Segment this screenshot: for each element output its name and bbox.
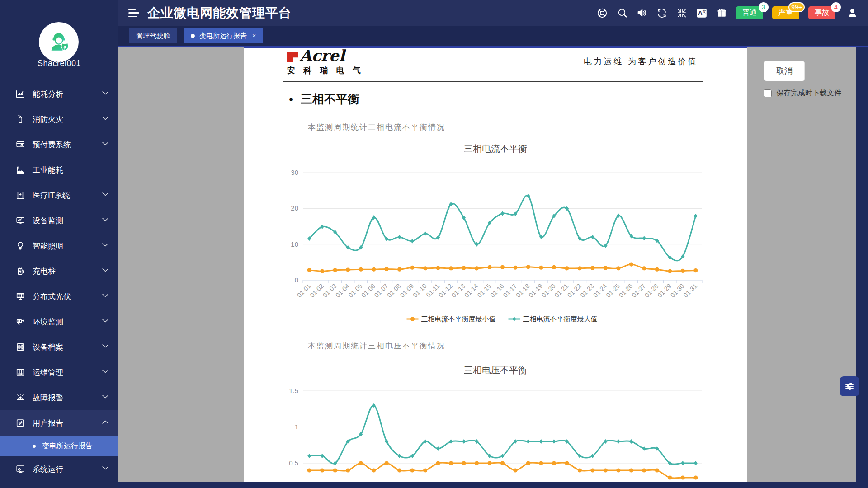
cancel-button[interactable]: 取消: [764, 61, 805, 81]
active-tab-dot-icon: [191, 34, 195, 38]
svg-text:三相电流不平衡度最大值: 三相电流不平衡度最大值: [523, 315, 598, 323]
sidebar-item-5[interactable]: 医疗IT系统: [0, 183, 118, 208]
fire-safety-icon: [15, 114, 25, 124]
sidebar-item-label: 用户报告: [33, 418, 102, 428]
svg-text:1.5: 1.5: [289, 387, 298, 394]
svg-text:01-19: 01-19: [527, 282, 544, 299]
sidebar-item-14[interactable]: 用户报告: [0, 410, 118, 436]
svg-text:01-29: 01-29: [656, 282, 673, 299]
gift-icon[interactable]: [715, 6, 728, 20]
sidebar-item-label: 充电桩: [33, 266, 102, 277]
report-settings-fab[interactable]: [840, 376, 859, 396]
support-icon[interactable]: [595, 6, 609, 20]
svg-text:01-05: 01-05: [347, 282, 364, 299]
svg-text:01-14: 01-14: [463, 282, 480, 299]
device-archive-icon: [15, 342, 25, 352]
sidebar-item-10[interactable]: 环境监测: [0, 309, 118, 334]
svg-text:01-31: 01-31: [682, 282, 698, 299]
svg-text:0.5: 0.5: [289, 459, 298, 467]
sidebar-item-label: 分布式光伏: [33, 291, 102, 302]
svg-text:01-25: 01-25: [604, 282, 621, 299]
sound-icon[interactable]: [635, 6, 649, 20]
svg-text:01-20: 01-20: [540, 282, 557, 299]
sidebar: Shacrel001 能耗分析消防火灾预付费系统工业能耗医疗IT系统设备监测智能…: [0, 0, 118, 488]
bottom-gutter: [118, 482, 868, 488]
header-rule: [283, 81, 703, 82]
alarm-button-1[interactable]: 普通3: [736, 6, 763, 19]
sidebar-item-3[interactable]: 预付费系统: [0, 132, 118, 157]
acrel-logo-mark-icon: [287, 52, 298, 62]
chevron-down-icon: [102, 343, 108, 352]
svg-text:1: 1: [295, 423, 298, 431]
report-page: Acrel 安 科 瑞 电 气 电力运维 为客户创造价值 •三相不平衡 本监测周…: [244, 47, 747, 482]
chevron-up-icon: [102, 418, 108, 427]
svg-text:01-22: 01-22: [566, 282, 583, 299]
username: Shacrel001: [0, 59, 118, 68]
menu-toggle-icon[interactable]: [128, 9, 139, 17]
sidebar-item-2[interactable]: 消防火灾: [0, 107, 118, 132]
tab-1[interactable]: 管理驾驶舱: [129, 28, 177, 43]
svg-text:0: 0: [295, 276, 298, 284]
sidebar-item-label: 工业能耗: [33, 165, 108, 175]
right-gutter: [856, 47, 868, 488]
sidebar-subitem[interactable]: 变电所运行报告: [0, 436, 118, 456]
avatar[interactable]: [39, 22, 79, 62]
sidebar-item-label: 设备档案: [33, 342, 102, 352]
svg-text:01-03: 01-03: [321, 282, 338, 299]
voltage-subtitle: 本监测周期统计三相电压不平衡情况: [308, 341, 445, 351]
svg-text:01-23: 01-23: [579, 282, 595, 299]
energy-analysis-icon: [15, 89, 25, 99]
sidebar-item-11[interactable]: 设备档案: [0, 334, 118, 360]
compress-icon[interactable]: [675, 6, 689, 20]
sidebar-item-12[interactable]: 运维管理: [0, 360, 118, 385]
alarm-label: 事故: [815, 8, 829, 18]
sidebar-item-8[interactable]: 充电桩: [0, 258, 118, 284]
topbar-actions: A文普通3严重99+事故4: [592, 0, 864, 26]
user-icon[interactable]: [845, 6, 859, 20]
ev-charger-icon: [15, 266, 25, 276]
ops-manage-icon: [15, 367, 25, 377]
download-option: 保存完成时下载文件: [764, 89, 841, 98]
sidebar-item-13[interactable]: 故障报警: [0, 385, 118, 410]
refresh-icon[interactable]: [655, 6, 669, 20]
svg-text:01-17: 01-17: [501, 282, 518, 299]
brand-block: Acrel 安 科 瑞 电 气: [287, 48, 363, 76]
svg-text:01-13: 01-13: [450, 282, 467, 299]
download-checkbox-label[interactable]: 保存完成时下载文件: [776, 89, 841, 98]
bullet-icon: [33, 445, 36, 448]
sidebar-item-6[interactable]: 设备监测: [0, 208, 118, 233]
svg-text:01-24: 01-24: [592, 282, 609, 299]
medical-it-icon: [15, 190, 25, 200]
svg-text:01-18: 01-18: [514, 282, 531, 299]
env-monitor-icon: [15, 317, 25, 327]
sliders-icon: [844, 381, 855, 392]
search-icon[interactable]: [615, 6, 629, 20]
sidebar-item-7[interactable]: 智能照明: [0, 233, 118, 258]
sidebar-item-9[interactable]: 分布式光伏: [0, 284, 118, 309]
svg-text:01-06: 01-06: [360, 282, 377, 299]
section-bullet: •: [288, 94, 294, 105]
download-checkbox[interactable]: [764, 89, 772, 97]
sidebar-item-4[interactable]: 工业能耗: [0, 157, 118, 183]
svg-text:01-21: 01-21: [553, 282, 570, 299]
alarm-button-2[interactable]: 严重99+: [772, 6, 799, 19]
translate-icon[interactable]: A文: [695, 6, 708, 20]
svg-text:01-01: 01-01: [296, 282, 312, 299]
tab-2[interactable]: 变电所运行报告×: [184, 28, 263, 43]
fault-alarm-icon: [15, 393, 25, 403]
section-title: •三相不平衡: [288, 91, 359, 107]
sidebar-item-label: 系统运行: [33, 464, 102, 474]
tab-close-icon[interactable]: ×: [252, 32, 256, 39]
svg-text:01-09: 01-09: [399, 282, 415, 299]
sidebar-item-1[interactable]: 能耗分析: [0, 81, 118, 107]
sidebar-item-15[interactable]: 系统运行: [0, 456, 118, 482]
sidebar-item-label: 消防火灾: [33, 114, 102, 125]
alarm-button-3[interactable]: 事故4: [808, 6, 835, 19]
chevron-down-icon: [102, 216, 108, 225]
svg-text:01-15: 01-15: [476, 282, 493, 299]
svg-text:01-28: 01-28: [643, 282, 660, 299]
current-subtitle: 本监测周期统计三相电流不平衡情况: [308, 122, 445, 132]
svg-text:01-27: 01-27: [630, 282, 647, 299]
sidebar-item-label: 智能照明: [33, 241, 102, 251]
svg-text:A: A: [698, 9, 703, 17]
